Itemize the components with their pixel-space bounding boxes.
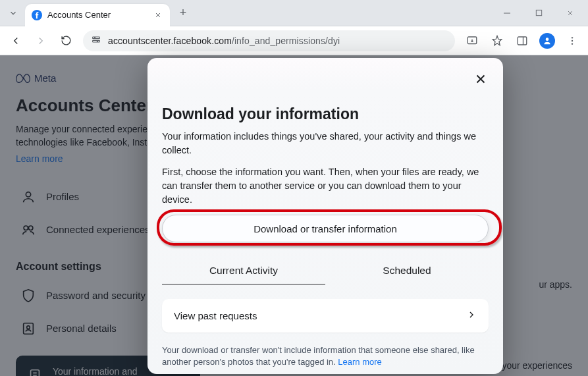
svg-point-9 [572, 37, 573, 38]
url-box[interactable]: accountscenter.facebook.com/info_and_per… [83, 30, 455, 51]
svg-point-5 [97, 41, 97, 41]
view-past-requests-row[interactable]: View past requests [162, 299, 489, 333]
modal-tabs: Current Activity Scheduled [162, 258, 489, 284]
modal-paragraph: Your information includes things you've … [162, 130, 489, 157]
svg-rect-3 [93, 40, 100, 42]
button-label: Download or transfer information [254, 223, 397, 234]
download-info-modal: Download your information Your informati… [147, 58, 503, 374]
svg-point-4 [94, 38, 95, 38]
tab-scheduled[interactable]: Scheduled [325, 258, 489, 284]
close-tab-icon[interactable] [153, 10, 163, 20]
svg-point-11 [572, 43, 573, 44]
close-modal-button[interactable] [469, 67, 493, 91]
maximize-button[interactable] [529, 3, 548, 23]
download-transfer-button[interactable]: Download or transfer information [162, 215, 489, 242]
svg-point-10 [572, 40, 573, 41]
modal-footer-note: Your download or transfer won't include … [162, 344, 489, 368]
browser-address-bar: accountscenter.facebook.com/info_and_per… [0, 26, 588, 55]
row-label: View past requests [174, 310, 257, 321]
chrome-menu-icon[interactable] [564, 33, 580, 49]
svg-rect-2 [93, 37, 100, 39]
reload-button[interactable] [58, 33, 74, 49]
svg-rect-7 [518, 37, 527, 45]
modal-paragraph: First, choose the information you want. … [162, 165, 489, 207]
svg-rect-1 [536, 10, 541, 15]
browser-tab[interactable]: Accounts Center [25, 4, 170, 26]
minimize-button[interactable] [497, 3, 517, 23]
back-button[interactable] [8, 33, 24, 49]
svg-point-8 [546, 38, 549, 41]
chevron-right-icon [466, 309, 477, 322]
tab-current-activity[interactable]: Current Activity [162, 258, 325, 284]
window-controls [497, 3, 583, 23]
profile-avatar[interactable] [539, 33, 555, 49]
browser-tab-title: Accounts Center [47, 10, 147, 20]
close-window-button[interactable] [560, 3, 580, 23]
install-app-icon[interactable] [464, 33, 480, 49]
browser-tab-strip: Accounts Center + [0, 0, 588, 26]
modal-title: Download your information [162, 105, 489, 123]
url-text: accountscenter.facebook.com/info_and_per… [108, 36, 447, 46]
bookmark-icon[interactable] [489, 33, 505, 49]
new-tab-button[interactable]: + [174, 4, 192, 22]
forward-button[interactable] [33, 33, 49, 49]
side-panel-icon[interactable] [514, 33, 530, 49]
site-settings-icon[interactable] [91, 34, 101, 47]
facebook-favicon [32, 10, 42, 20]
footer-learn-more-link[interactable]: Learn more [338, 357, 381, 367]
tab-list-caret[interactable] [5, 4, 21, 22]
